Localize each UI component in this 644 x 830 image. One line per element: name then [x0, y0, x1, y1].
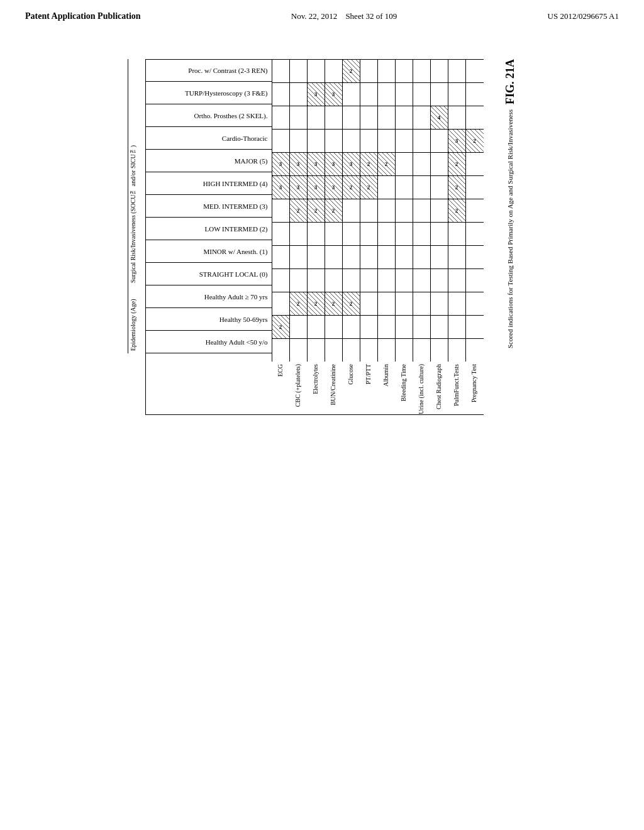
cell-value: 2	[332, 301, 335, 307]
grid-cell: 3	[308, 83, 325, 106]
grid-cell	[343, 106, 360, 129]
publication-label: Patent Application Publication	[25, 11, 141, 21]
col-header-cell: Chest Radiograph	[430, 362, 448, 414]
grid-cell	[448, 106, 466, 129]
grid-cell	[290, 60, 308, 82]
grid-cell	[448, 269, 466, 292]
grid-cell	[325, 106, 343, 129]
grid-cell	[378, 176, 396, 199]
grid-cell	[272, 339, 290, 362]
grid-cell	[325, 316, 343, 338]
grid-row: 2222	[272, 292, 484, 316]
grid-cell: 2	[343, 292, 360, 315]
grid-row	[272, 339, 484, 362]
figure-title: FIG. 21A	[504, 59, 517, 104]
grid-cell	[413, 199, 431, 222]
grid-row: 4	[272, 106, 484, 130]
col-header-cell: ECG	[272, 362, 289, 414]
grid-cell	[396, 269, 413, 292]
grid-cell	[308, 223, 325, 245]
row-label: STRAIGHT LOCAL (0)	[146, 263, 272, 285]
cell-value: 2	[367, 184, 370, 191]
grid-cell	[343, 199, 360, 222]
cell-value: 3	[279, 161, 282, 167]
cell-value: 3	[314, 91, 318, 97]
grid-cell: 3	[290, 153, 308, 175]
grid-cell	[360, 130, 378, 152]
grid-cell	[272, 292, 290, 315]
row-label: LOW INTERMED (2)	[146, 218, 272, 240]
cell-value: 2	[385, 161, 388, 167]
cell-value: 3	[314, 161, 318, 167]
grid-cell	[413, 316, 431, 338]
cell-value: 3	[279, 184, 282, 191]
row-label: HIGH INTERMED (4)	[146, 172, 272, 195]
grid-cell	[308, 269, 325, 292]
cell-value: 2	[279, 324, 282, 330]
figure-label-container: FIG. 21A Scored indications for Testing …	[504, 59, 517, 348]
grid-cell	[325, 269, 343, 292]
grid-row: 33333222	[272, 153, 484, 176]
col-header-text: Bleeding Time	[400, 364, 407, 401]
grid-cell: 3	[448, 130, 466, 152]
surgical-risk-label: Surgical Risk/Invasiveness (SOCU™ and/or…	[128, 59, 138, 285]
grid-cell	[360, 316, 378, 338]
grid-cell	[308, 339, 325, 362]
grid-cell: 4	[431, 106, 448, 129]
grid-cell	[308, 130, 325, 152]
row-label: Healthy Adult <50 y/o	[146, 331, 272, 353]
grid-cell	[396, 60, 413, 82]
grid-cell	[325, 246, 343, 268]
cell-value: 2	[455, 161, 458, 167]
cell-value: 3	[455, 138, 458, 144]
grid-cell	[378, 269, 396, 292]
chart-table: Proc. w/ Contrast (2-3 REN)TURP/Hysteros…	[145, 59, 484, 415]
col-header-cell: BUN/Creatinine	[325, 362, 342, 414]
grid-cell	[360, 246, 378, 268]
grid-cell	[290, 316, 308, 338]
cell-value: 2	[367, 161, 370, 167]
row-label: Healthy Adult ≥ 70 yrs	[146, 285, 272, 308]
grid-cell	[360, 223, 378, 245]
grid-cell: 2	[448, 176, 466, 199]
grid-cell	[343, 83, 360, 106]
grid-cell: 2	[343, 60, 360, 82]
grid-cell	[396, 246, 413, 268]
col-header-text: Electrolytes	[312, 364, 319, 394]
figure-container: Surgical Risk/Invasiveness (SOCU™ and/or…	[128, 59, 517, 415]
grid-cell	[272, 83, 290, 106]
cell-value: 2	[350, 301, 353, 307]
grid-cell: 3	[272, 176, 290, 199]
grid-cell	[431, 316, 448, 338]
grid-cell	[396, 106, 413, 129]
grid-cell	[343, 269, 360, 292]
grid-cell	[325, 130, 343, 152]
col-header-text: PT/PTT	[365, 364, 372, 384]
grid-cell	[343, 246, 360, 268]
grid-cell	[466, 60, 484, 82]
cell-value: 4	[438, 114, 441, 121]
grid-row	[272, 269, 484, 292]
grid-cell	[290, 223, 308, 245]
grid-cell	[396, 223, 413, 245]
cell-value: 2	[297, 208, 300, 214]
grid-cell	[360, 269, 378, 292]
grid-cell: 2	[466, 130, 484, 152]
col-header-cell: PulmFunct.Tests	[448, 362, 465, 414]
grid-cell	[396, 153, 413, 175]
row-label: MINOR w/ Anesth. (1)	[146, 240, 272, 263]
row-label: Cardio-Thoracic	[146, 127, 272, 150]
cell-value: 3	[297, 161, 300, 167]
col-header-cell: CBC (+platelets)	[289, 362, 307, 414]
row-label: TURP/Hysteroscopy (3 F&E)	[146, 82, 272, 104]
grid-cell	[413, 153, 431, 175]
grid-cell: 3	[343, 153, 360, 175]
grid-row: 32	[272, 130, 484, 153]
grid-cell: 2	[308, 199, 325, 222]
grid-cell	[378, 106, 396, 129]
grid-row	[272, 223, 484, 246]
grid-cell	[290, 246, 308, 268]
cell-value: 2	[297, 301, 300, 307]
grid-row	[272, 246, 484, 269]
grid-cell: 2	[343, 176, 360, 199]
